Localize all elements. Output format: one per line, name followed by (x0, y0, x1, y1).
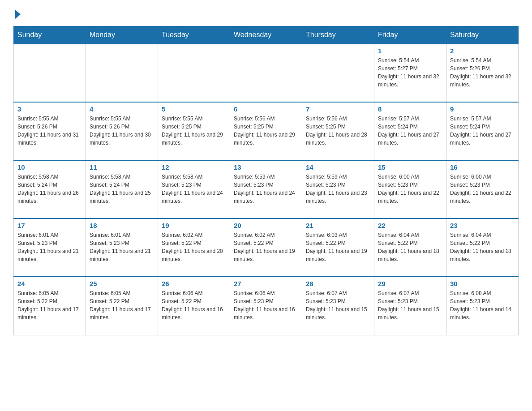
day-number: 21 (306, 222, 370, 229)
calendar-cell: 13Sunrise: 5:59 AMSunset: 5:23 PMDayligh… (230, 160, 302, 218)
day-number: 4 (90, 105, 154, 113)
weekday-header-monday: Monday (86, 26, 158, 44)
day-number: 23 (450, 222, 515, 229)
day-info: Sunrise: 6:07 AMSunset: 5:23 PMDaylight:… (378, 289, 442, 321)
day-info: Sunrise: 5:55 AMSunset: 5:26 PMDaylight:… (17, 115, 82, 147)
day-info: Sunrise: 5:59 AMSunset: 5:23 PMDaylight:… (234, 173, 298, 205)
day-number: 27 (234, 280, 298, 287)
day-info: Sunrise: 5:56 AMSunset: 5:25 PMDaylight:… (234, 115, 298, 147)
day-number: 13 (234, 163, 298, 171)
day-number: 22 (378, 222, 442, 229)
weekday-header-saturday: Saturday (446, 26, 519, 44)
logo-arrow-icon (15, 10, 21, 19)
day-info: Sunrise: 6:01 AMSunset: 5:23 PMDaylight:… (17, 231, 82, 263)
day-info: Sunrise: 5:54 AMSunset: 5:26 PMDaylight:… (450, 56, 515, 89)
day-number: 25 (90, 280, 154, 287)
calendar-cell: 1Sunrise: 5:54 AMSunset: 5:27 PMDaylight… (374, 44, 446, 102)
day-info: Sunrise: 6:02 AMSunset: 5:22 PMDaylight:… (234, 231, 298, 263)
day-info: Sunrise: 6:00 AMSunset: 5:23 PMDaylight:… (450, 173, 515, 205)
day-number: 7 (306, 105, 370, 113)
calendar-cell: 18Sunrise: 6:01 AMSunset: 5:23 PMDayligh… (86, 218, 158, 277)
week-row-5: 24Sunrise: 6:05 AMSunset: 5:22 PMDayligh… (14, 277, 519, 335)
calendar-cell: 15Sunrise: 6:00 AMSunset: 5:23 PMDayligh… (374, 160, 446, 218)
weekday-header-tuesday: Tuesday (158, 26, 230, 44)
day-number: 24 (17, 280, 82, 287)
day-number: 20 (234, 222, 298, 229)
calendar-cell (14, 44, 86, 102)
calendar-cell: 3Sunrise: 5:55 AMSunset: 5:26 PMDaylight… (14, 102, 86, 160)
weekday-header-thursday: Thursday (302, 26, 374, 44)
day-number: 28 (306, 280, 370, 287)
calendar-cell: 20Sunrise: 6:02 AMSunset: 5:22 PMDayligh… (230, 218, 302, 277)
calendar-cell (158, 44, 230, 102)
day-number: 30 (450, 280, 515, 287)
calendar-cell: 30Sunrise: 6:08 AMSunset: 5:23 PMDayligh… (446, 277, 519, 335)
day-info: Sunrise: 6:02 AMSunset: 5:22 PMDaylight:… (162, 231, 226, 263)
day-info: Sunrise: 5:56 AMSunset: 5:25 PMDaylight:… (306, 115, 370, 147)
calendar-cell: 25Sunrise: 6:05 AMSunset: 5:22 PMDayligh… (86, 277, 158, 335)
day-number: 9 (450, 105, 515, 113)
day-info: Sunrise: 5:54 AMSunset: 5:27 PMDaylight:… (378, 56, 442, 89)
calendar-cell: 9Sunrise: 5:57 AMSunset: 5:24 PMDaylight… (446, 102, 519, 160)
week-row-1: 1Sunrise: 5:54 AMSunset: 5:27 PMDaylight… (14, 44, 519, 102)
calendar-cell: 28Sunrise: 6:07 AMSunset: 5:23 PMDayligh… (302, 277, 374, 335)
calendar-cell: 24Sunrise: 6:05 AMSunset: 5:22 PMDayligh… (14, 277, 86, 335)
calendar-cell: 8Sunrise: 5:57 AMSunset: 5:24 PMDaylight… (374, 102, 446, 160)
weekday-header-sunday: Sunday (14, 26, 86, 44)
day-info: Sunrise: 6:06 AMSunset: 5:23 PMDaylight:… (234, 289, 298, 321)
calendar-cell: 7Sunrise: 5:56 AMSunset: 5:25 PMDaylight… (302, 102, 374, 160)
day-number: 1 (378, 47, 442, 55)
calendar-header-row: SundayMondayTuesdayWednesdayThursdayFrid… (14, 26, 519, 44)
day-info: Sunrise: 6:04 AMSunset: 5:22 PMDaylight:… (378, 231, 442, 263)
calendar-cell: 11Sunrise: 5:58 AMSunset: 5:24 PMDayligh… (86, 160, 158, 218)
day-number: 15 (378, 163, 442, 171)
weekday-header-wednesday: Wednesday (230, 26, 302, 44)
day-number: 29 (378, 280, 442, 287)
day-number: 6 (234, 105, 298, 113)
calendar-cell: 12Sunrise: 5:58 AMSunset: 5:23 PMDayligh… (158, 160, 230, 218)
day-info: Sunrise: 6:00 AMSunset: 5:23 PMDaylight:… (378, 173, 442, 205)
calendar-cell: 6Sunrise: 5:56 AMSunset: 5:25 PMDaylight… (230, 102, 302, 160)
day-info: Sunrise: 5:57 AMSunset: 5:24 PMDaylight:… (378, 115, 442, 147)
day-info: Sunrise: 6:03 AMSunset: 5:22 PMDaylight:… (306, 231, 370, 263)
day-number: 16 (450, 163, 515, 171)
day-number: 17 (17, 222, 82, 229)
day-info: Sunrise: 5:58 AMSunset: 5:24 PMDaylight:… (90, 173, 154, 205)
day-info: Sunrise: 5:55 AMSunset: 5:25 PMDaylight:… (162, 115, 226, 147)
day-number: 5 (162, 105, 226, 113)
page-header (13, 9, 519, 17)
day-info: Sunrise: 5:58 AMSunset: 5:24 PMDaylight:… (17, 173, 82, 205)
calendar-cell: 26Sunrise: 6:06 AMSunset: 5:22 PMDayligh… (158, 277, 230, 335)
week-row-2: 3Sunrise: 5:55 AMSunset: 5:26 PMDaylight… (14, 102, 519, 160)
calendar-cell: 21Sunrise: 6:03 AMSunset: 5:22 PMDayligh… (302, 218, 374, 277)
calendar-cell: 5Sunrise: 5:55 AMSunset: 5:25 PMDaylight… (158, 102, 230, 160)
day-info: Sunrise: 6:04 AMSunset: 5:22 PMDaylight:… (450, 231, 515, 263)
day-number: 3 (17, 105, 82, 113)
day-info: Sunrise: 5:55 AMSunset: 5:26 PMDaylight:… (90, 115, 154, 147)
day-number: 11 (90, 163, 154, 171)
calendar-cell: 17Sunrise: 6:01 AMSunset: 5:23 PMDayligh… (14, 218, 86, 277)
day-info: Sunrise: 6:05 AMSunset: 5:22 PMDaylight:… (17, 289, 82, 321)
calendar-cell (86, 44, 158, 102)
day-number: 2 (450, 47, 515, 55)
calendar-cell: 14Sunrise: 5:59 AMSunset: 5:23 PMDayligh… (302, 160, 374, 218)
calendar-cell (302, 44, 374, 102)
calendar-cell: 27Sunrise: 6:06 AMSunset: 5:23 PMDayligh… (230, 277, 302, 335)
week-row-3: 10Sunrise: 5:58 AMSunset: 5:24 PMDayligh… (14, 160, 519, 218)
weekday-header-friday: Friday (374, 26, 446, 44)
day-info: Sunrise: 6:07 AMSunset: 5:23 PMDaylight:… (306, 289, 370, 321)
day-number: 10 (17, 163, 82, 171)
day-number: 26 (162, 280, 226, 287)
calendar-cell: 10Sunrise: 5:58 AMSunset: 5:24 PMDayligh… (14, 160, 86, 218)
day-number: 12 (162, 163, 226, 171)
logo (13, 9, 21, 17)
day-number: 14 (306, 163, 370, 171)
calendar-cell (230, 44, 302, 102)
day-info: Sunrise: 6:08 AMSunset: 5:23 PMDaylight:… (450, 289, 515, 321)
day-info: Sunrise: 5:58 AMSunset: 5:23 PMDaylight:… (162, 173, 226, 205)
calendar-cell: 19Sunrise: 6:02 AMSunset: 5:22 PMDayligh… (158, 218, 230, 277)
day-number: 19 (162, 222, 226, 229)
calendar-cell: 22Sunrise: 6:04 AMSunset: 5:22 PMDayligh… (374, 218, 446, 277)
calendar-cell: 4Sunrise: 5:55 AMSunset: 5:26 PMDaylight… (86, 102, 158, 160)
calendar-cell: 23Sunrise: 6:04 AMSunset: 5:22 PMDayligh… (446, 218, 519, 277)
